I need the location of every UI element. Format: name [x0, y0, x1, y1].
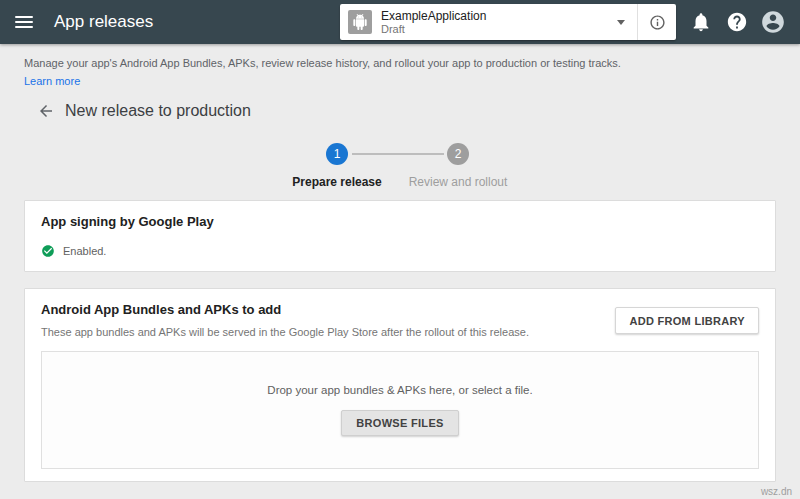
bundles-card: Android App Bundles and APKs to add ADD …: [24, 288, 776, 482]
watermark: wsz.dn: [761, 486, 792, 497]
account-avatar-icon[interactable]: [760, 9, 786, 35]
apk-dropzone[interactable]: Drop your app bundles & APKs here, or se…: [41, 351, 759, 469]
back-arrow-icon[interactable]: [36, 101, 56, 121]
android-app-icon: [348, 10, 372, 34]
info-icon[interactable]: [638, 4, 676, 40]
app-selector-dropdown[interactable]: ExampleApplication Draft: [340, 4, 676, 40]
help-icon[interactable]: [726, 11, 748, 33]
chevron-down-icon: [617, 20, 625, 25]
page-title-row: New release to production: [36, 101, 251, 121]
step-2-label: Review and rollout: [409, 175, 508, 189]
app-signing-status: Enabled.: [63, 245, 106, 257]
step-2-circle: 2: [447, 143, 469, 165]
learn-more-link[interactable]: Learn more: [24, 75, 80, 87]
app-selector-texts: ExampleApplication Draft: [381, 9, 611, 36]
step-connector: [352, 153, 444, 155]
check-circle-icon: [41, 244, 55, 258]
intro-description: Manage your app's Android App Bundles, A…: [24, 56, 776, 71]
intro-section: Manage your app's Android App Bundles, A…: [24, 56, 776, 89]
app-signing-status-row: Enabled.: [41, 244, 759, 258]
dropzone-hint: Drop your app bundles & APKs here, or se…: [267, 384, 532, 396]
app-signing-card: App signing by Google Play Enabled.: [24, 200, 776, 272]
step-1-circle: 1: [326, 143, 348, 165]
app-signing-title: App signing by Google Play: [41, 214, 759, 229]
app-name: ExampleApplication: [381, 9, 611, 23]
notifications-bell-icon[interactable]: [690, 11, 712, 33]
topbar: App releases ExampleApplication Draft: [0, 0, 800, 44]
app-bar-title: App releases: [54, 12, 153, 32]
app-status: Draft: [381, 23, 611, 36]
step-1-label: Prepare release: [292, 175, 381, 189]
page-title: New release to production: [65, 102, 251, 120]
browse-files-button[interactable]: BROWSE FILES: [341, 410, 458, 436]
add-from-library-button[interactable]: ADD FROM LIBRARY: [615, 307, 759, 334]
menu-icon[interactable]: [15, 16, 33, 28]
